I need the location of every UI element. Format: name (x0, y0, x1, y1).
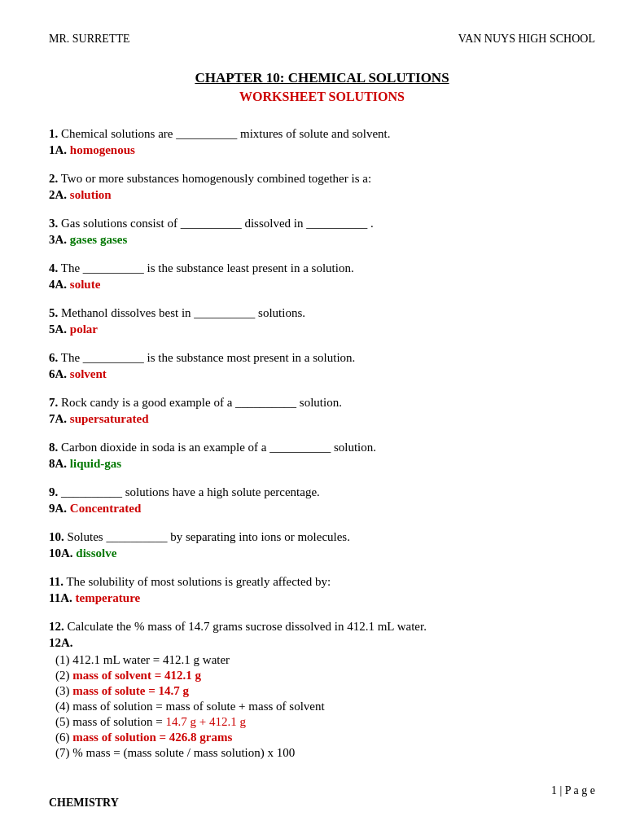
answer-label: 8A. (49, 457, 67, 470)
answer-label: 11A. (49, 591, 72, 604)
qa-block: 8. Carbon dioxide in soda is an example … (49, 441, 595, 471)
calc-answer-label: 12A. (49, 636, 595, 650)
qa-block: 9. __________ solutions have a high solu… (49, 485, 595, 516)
calc-step: (3) mass of solute = 14.7 g (49, 684, 595, 698)
answer-line: 7A. supersaturated (49, 412, 595, 426)
qa-block: 2. Two or more substances homogenously c… (49, 172, 595, 202)
question-number: 10. (49, 530, 64, 543)
question-line: 10. Solutes __________ by separating int… (49, 530, 595, 544)
answer-text: polar (70, 323, 98, 336)
question-line: 4. The __________ is the substance least… (49, 261, 595, 275)
chapter-title: CHAPTER 10: CHEMICAL SOLUTIONS (49, 70, 595, 86)
calc-step: (4) mass of solution = mass of solute + … (49, 700, 595, 713)
answer-text: solution (70, 188, 112, 201)
answer-text: gases gases (70, 233, 127, 246)
step-colored-text: mass of solvent = 412.1 g (72, 669, 201, 682)
qa-block: 7. Rock candy is a good example of a ___… (49, 396, 595, 426)
question-line: 1. Chemical solutions are __________ mix… (49, 127, 595, 141)
answer-line: 9A. Concentrated (49, 502, 595, 516)
calc-step: (1) 412.1 mL water = 412.1 g water (49, 653, 595, 667)
answer-text: solvent (70, 367, 107, 380)
question-number: 1. (49, 127, 58, 140)
step-num: (1) (55, 653, 70, 666)
answer-label: 9A. (49, 502, 67, 515)
answer-line: 5A. polar (49, 323, 595, 336)
calc-question-number: 12. (49, 620, 64, 633)
question-number: 2. (49, 172, 58, 185)
question-line: 9. __________ solutions have a high solu… (49, 485, 595, 499)
answer-line: 8A. liquid-gas (49, 457, 595, 471)
answer-label: 7A. (49, 412, 67, 425)
header-right: VAN NUYS HIGH SCHOOL (458, 33, 595, 46)
qa-block: 3. Gas solutions consist of __________ d… (49, 217, 595, 247)
qa-block: 4. The __________ is the substance least… (49, 261, 595, 292)
question-number: 8. (49, 441, 58, 454)
answer-line: 3A. gases gases (49, 233, 595, 247)
answer-line: 11A. temperature (49, 591, 595, 605)
step-num: (3) (55, 684, 70, 697)
calc-question-line: 12. Calculate the % mass of 14.7 grams s… (49, 620, 595, 634)
answer-text: homogenous (70, 143, 135, 156)
step-num: (6) (55, 731, 70, 744)
calc-step: (7) % mass = (mass solute / mass solutio… (49, 746, 595, 760)
step-text: 412.1 mL water = 412.1 g water (72, 653, 230, 666)
step-num: (2) (55, 669, 70, 682)
question-line: 7. Rock candy is a good example of a ___… (49, 396, 595, 410)
question-number: 5. (49, 306, 58, 319)
question-line: 6. The __________ is the substance most … (49, 351, 595, 365)
calc-steps: (1) 412.1 mL water = 412.1 g water(2) ma… (49, 653, 595, 760)
question-line: 2. Two or more substances homogenously c… (49, 172, 595, 186)
calc-step: (5) mass of solution = 14.7 g + 412.1 g (49, 715, 595, 729)
calc-step: (6) mass of solution = 426.8 grams (49, 731, 595, 744)
answer-label: 1A. (49, 143, 67, 156)
calc-step: (2) mass of solvent = 412.1 g (49, 669, 595, 683)
question-number: 3. (49, 217, 58, 230)
answer-label: 10A. (49, 546, 73, 560)
answer-line: 6A. solvent (49, 367, 595, 381)
question-number: 4. (49, 261, 58, 274)
qa-block: 5. Methanol dissolves best in __________… (49, 306, 595, 336)
step-num: (5) (55, 715, 70, 728)
step-num: (4) (55, 700, 70, 713)
answer-text: temperature (76, 591, 141, 604)
qa-block: 10. Solutes __________ by separating int… (49, 530, 595, 560)
answer-label: 3A. (49, 233, 67, 246)
answer-line: 2A. solution (49, 188, 595, 202)
step-colored-text: 14.7 g + 412.1 g (166, 715, 246, 728)
calc-block: 12. Calculate the % mass of 14.7 grams s… (49, 620, 595, 760)
step-num: (7) (55, 746, 70, 759)
question-line: 8. Carbon dioxide in soda is an example … (49, 441, 595, 454)
qa-block: 6. The __________ is the substance most … (49, 351, 595, 381)
answer-text: liquid-gas (70, 457, 121, 470)
header-left: MR. SURRETTE (49, 33, 130, 46)
question-number: 11. (49, 575, 64, 588)
step-text: mass of solution = mass of solute + mass… (72, 700, 324, 713)
question-number: 6. (49, 351, 58, 364)
qa-block: 11. The solubility of most solutions is … (49, 575, 595, 605)
answer-text: Concentrated (70, 502, 141, 515)
question-line: 3. Gas solutions consist of __________ d… (49, 217, 595, 230)
qa-block: 1. Chemical solutions are __________ mix… (49, 127, 595, 157)
answer-label: 5A. (49, 323, 67, 336)
question-number: 9. (49, 485, 58, 498)
page-number: 1 | P a g e (551, 784, 595, 797)
step-text: % mass = (mass solute / mass solution) x… (72, 746, 295, 759)
answer-line: 10A. dissolve (49, 546, 595, 560)
answer-text: solute (70, 278, 101, 291)
question-line: 5. Methanol dissolves best in __________… (49, 306, 595, 320)
answer-text: supersaturated (70, 412, 149, 425)
answer-label: 4A. (49, 278, 67, 291)
step-colored-text: mass of solute = 14.7 g (72, 684, 189, 697)
answer-label: 2A. (49, 188, 67, 201)
question-number: 7. (49, 396, 58, 409)
footer-subject: CHEMISTRY (49, 797, 119, 810)
answer-text: dissolve (76, 546, 116, 560)
step-colored-text: mass of solution = 426.8 grams (72, 731, 232, 744)
answer-line: 1A. homogenous (49, 143, 595, 157)
question-line: 11. The solubility of most solutions is … (49, 575, 595, 589)
worksheet-subtitle: WORKSHEET SOLUTIONS (49, 90, 595, 104)
answer-line: 4A. solute (49, 278, 595, 292)
answer-label: 6A. (49, 367, 67, 380)
